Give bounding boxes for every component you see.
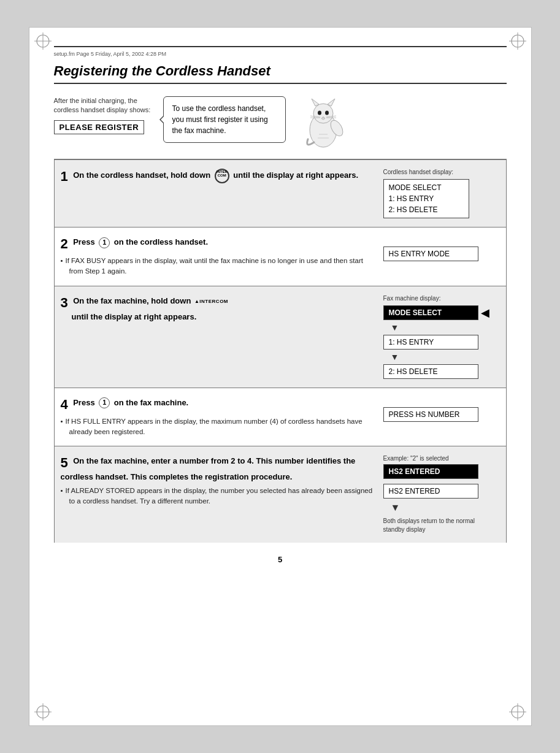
intro-left: After the initial charging, the cordless… — [54, 96, 152, 134]
crosshair-bl — [34, 703, 52, 721]
intro-caption: After the initial charging, the cordless… — [54, 96, 152, 115]
step-5-bullet: If ALREADY STORED appears in the display… — [61, 486, 377, 507]
step-4: 4 Press 1 on the fax machine. If HS FULL… — [55, 388, 506, 447]
please-register-display: PLEASE REGISTER — [54, 120, 145, 134]
crosshair-br — [509, 703, 526, 721]
step-5-footer: Both displays return to the normal stand… — [383, 517, 481, 534]
intro-section: After the initial charging, the cordless… — [54, 96, 507, 145]
down-arrow-2: ▼ — [391, 352, 399, 362]
step-4-display-label — [383, 397, 385, 403]
step-3-right: Fax machine display: MODE SELECT ◀ ▼ 1: … — [383, 295, 506, 379]
speech-bubble: To use the cordless handset, you must fi… — [163, 96, 286, 143]
intercom-icon-1: INTERCOM — [215, 169, 229, 183]
svg-point-16 — [318, 111, 321, 115]
step-3-display-label: Fax machine display: — [383, 295, 441, 302]
step-5-number: 5 — [61, 455, 68, 471]
step-1-display-label: Cordless handset display: — [383, 169, 454, 175]
step-4-right: PRESS HS NUMBER — [383, 397, 506, 438]
step-2-display-label — [383, 236, 385, 243]
crosshair-tr — [509, 32, 526, 50]
step-4-lcd: PRESS HS NUMBER — [383, 407, 478, 422]
step-5-title: On the fax machine, enter a number from … — [61, 456, 356, 481]
step-1-left: 1 On the cordless handset, hold down INT… — [55, 169, 383, 218]
step-1-number: 1 — [61, 169, 68, 185]
step-2-title: Press 1 on the cordless handset. — [73, 237, 208, 247]
step-3-title: On the fax machine, hold down ▲INTERCOM … — [61, 296, 230, 321]
svg-point-17 — [325, 111, 329, 115]
step-3-lcd-mode: MODE SELECT — [383, 305, 478, 320]
step-1-title: On the cordless handset, hold down INTER… — [73, 170, 358, 180]
arrow-right-1: ◀ — [481, 306, 489, 319]
svg-marker-14 — [312, 99, 319, 106]
svg-point-13 — [313, 104, 333, 123]
step-3: 3 On the fax machine, hold down ▲INTERCO… — [55, 286, 506, 388]
step-4-title: Press 1 on the fax machine. — [73, 398, 188, 407]
step-2-bullet: If FAX BUSY appears in the display, wait… — [61, 256, 377, 277]
step-5-example-label: Example: "2" is selected — [383, 455, 449, 462]
step-3-lcd-hs-delete: 2: HS DELETE — [383, 364, 478, 379]
svg-marker-15 — [328, 99, 335, 106]
step-5-lcd-2: HS2 ENTERED — [383, 484, 478, 499]
step-1-right: Cordless handset display: MODE SELECT1: … — [383, 169, 506, 218]
down-arrow-1: ▼ — [391, 323, 399, 332]
step-3-number: 3 — [61, 295, 68, 311]
step-4-left: 4 Press 1 on the fax machine. If HS FULL… — [55, 397, 383, 438]
step-2-right: HS ENTRY MODE — [383, 236, 506, 277]
cat-icon — [302, 96, 345, 145]
step-3-lcd-hs-entry: 1: HS ENTRY — [383, 335, 478, 350]
page: setup.fm Page 5 Friday, April 5, 2002 4:… — [29, 27, 532, 726]
step-4-bullet: If HS FULL ENTRY appears in the display,… — [61, 416, 377, 438]
step-4-number: 4 — [61, 397, 68, 413]
step-2: 2 Press 1 on the cordless handset. If FA… — [55, 227, 506, 286]
step-5-left: 5 On the fax machine, enter a number fro… — [55, 455, 383, 534]
steps-container: 1 On the cordless handset, hold down INT… — [54, 159, 507, 543]
crosshair-tl — [34, 32, 52, 50]
intercom-label-3: ▲INTERCOM — [194, 299, 228, 304]
down-arrow-3: ▼ — [391, 502, 401, 513]
step-5: 5 On the fax machine, enter a number fro… — [55, 446, 506, 543]
file-label: setup.fm Page 5 Friday, April 5, 2002 4:… — [54, 51, 507, 57]
step-3-left: 3 On the fax machine, hold down ▲INTERCO… — [55, 295, 383, 379]
step-2-lcd: HS ENTRY MODE — [383, 247, 478, 261]
step-2-left: 2 Press 1 on the cordless handset. If FA… — [55, 236, 383, 277]
page-number: 5 — [54, 555, 507, 564]
one-icon-2: 1 — [99, 237, 110, 248]
page-title: Registering the Cordless Handset — [54, 63, 507, 84]
step-5-lcd-1: HS2 ENTERED — [383, 464, 478, 479]
one-icon-4: 1 — [99, 397, 110, 408]
step-5-right: Example: "2" is selected HS2 ENTERED HS2… — [383, 455, 506, 534]
step-1-lcd: MODE SELECT1: HS ENTRY2: HS DELETE — [383, 179, 469, 218]
step-2-number: 2 — [61, 236, 68, 252]
step-1: 1 On the cordless handset, hold down INT… — [55, 159, 506, 227]
header-bar — [54, 46, 507, 47]
